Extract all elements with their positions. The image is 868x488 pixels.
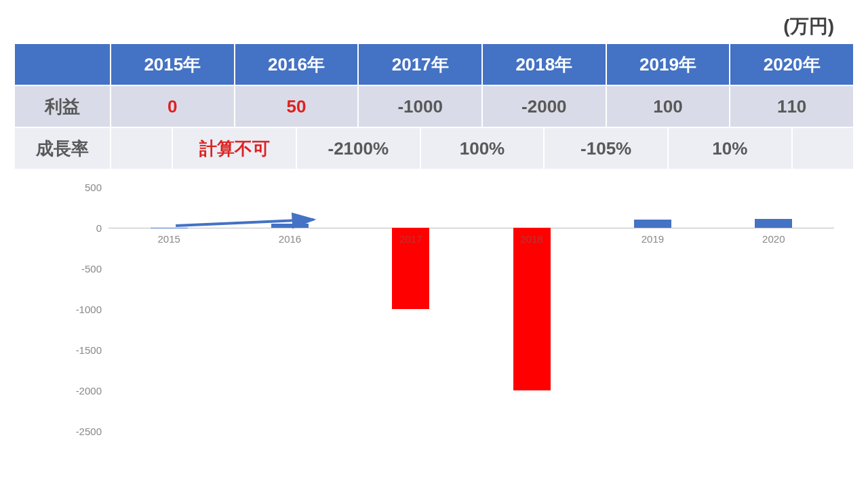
profit-2020: 110 <box>730 85 854 127</box>
growth-2015-2016: 計算不可 <box>172 127 296 169</box>
growth-label: 成長率 <box>14 127 111 169</box>
growth-2018-2019: -105% <box>544 127 668 169</box>
header-year-2020: 2020年 <box>730 43 854 85</box>
profit-row: 利益 0 50 -1000 -2000 100 110 <box>14 85 854 127</box>
bar-slot: 2020 <box>713 187 834 431</box>
ytick-label: -2000 <box>47 385 102 396</box>
bar-positive <box>634 220 671 228</box>
profit-2018: -2000 <box>482 85 606 127</box>
growth-row: 成長率 計算不可 -2100% 100% -105% 10% <box>14 127 854 169</box>
xtick-label: 2019 <box>642 233 664 245</box>
header-year-2017: 2017年 <box>358 43 482 85</box>
header-blank <box>14 43 111 85</box>
svg-line-0 <box>176 220 313 226</box>
header-year-2016: 2016年 <box>235 43 359 85</box>
bar-positive <box>755 219 792 228</box>
xtick-label: 2018 <box>520 233 542 245</box>
xtick-label: 2017 <box>399 233 422 245</box>
profit-label: 利益 <box>14 85 111 127</box>
table-header-row: 2015年 2016年 2017年 2018年 2019年 2020年 <box>14 43 854 85</box>
unit-label: (万円) <box>14 14 854 39</box>
bar-slot: 2019 <box>592 187 713 431</box>
profit-2015: 0 <box>111 85 235 127</box>
ytick-label: -2500 <box>47 426 102 437</box>
growth-2016-2017: -2100% <box>296 127 420 169</box>
trend-arrow-icon <box>108 187 340 431</box>
data-table: 2015年 2016年 2017年 2018年 2019年 2020年 利益 0… <box>14 43 854 170</box>
profit-2016: 50 <box>235 85 359 127</box>
bar-slot: 2017 <box>351 187 471 431</box>
ytick-label: 500 <box>47 182 102 193</box>
ytick-label: -1000 <box>47 304 102 315</box>
bar-slot: 2018 <box>471 187 592 431</box>
bar-negative <box>513 228 551 390</box>
profit-2017: -1000 <box>358 85 482 127</box>
growth-pad-right <box>792 127 854 169</box>
header-year-2019: 2019年 <box>606 43 730 85</box>
ytick-label: -1500 <box>47 344 102 356</box>
growth-2017-2018: 100% <box>420 127 545 169</box>
growth-2019-2020: 10% <box>668 127 792 169</box>
xtick-label: 2020 <box>762 233 785 245</box>
growth-pad-left <box>111 127 172 169</box>
ytick-label: -500 <box>47 263 102 274</box>
profit-2019: 100 <box>606 85 730 127</box>
ytick-label: 0 <box>47 222 102 234</box>
header-year-2018: 2018年 <box>482 43 606 85</box>
header-year-2015: 2015年 <box>111 43 235 85</box>
bar-chart: 5000-500-1000-1500-2000-2500 20152016201… <box>47 187 834 445</box>
